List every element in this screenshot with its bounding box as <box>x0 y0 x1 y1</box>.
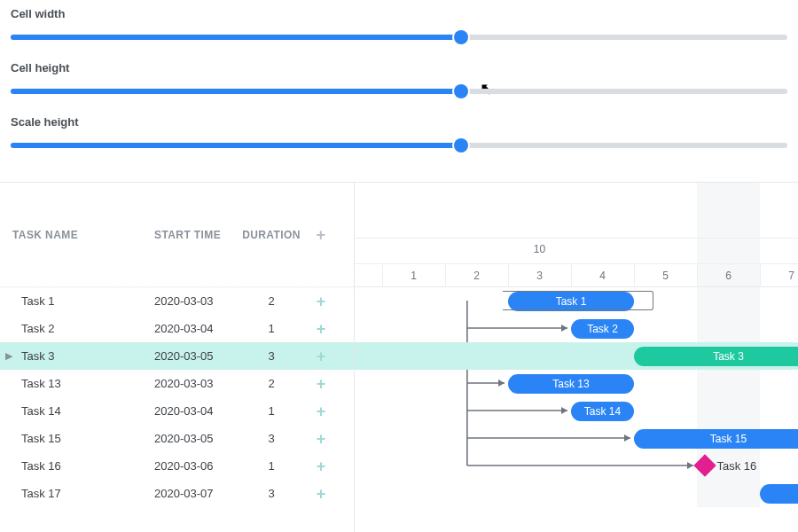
cell-task-name: Task 16 <box>12 459 154 473</box>
task-bar[interactable]: Task 13 <box>508 374 634 394</box>
table-row[interactable]: Task 162020-03-061+ <box>0 452 354 480</box>
cell-task-name: Task 1 <box>12 294 154 308</box>
cell-task-name: Task 17 <box>12 487 154 500</box>
cell-task-name: Task 14 <box>12 404 154 418</box>
table-row[interactable]: Task 132020-03-032+ <box>0 370 354 397</box>
table-row[interactable]: Task 172020-03-073+ <box>0 480 354 507</box>
scale-tick <box>382 264 383 287</box>
cell-task-name: Task 15 <box>12 432 154 445</box>
controls-panel: Cell widthCell heightScale height <box>0 0 798 182</box>
plus-icon: + <box>317 375 326 393</box>
task-bar[interactable]: Task 3 <box>634 347 798 366</box>
row-add-button[interactable]: + <box>303 403 339 419</box>
cell-task-name: Task 3 <box>12 349 154 363</box>
scale-tick <box>697 264 698 287</box>
scale-day-label: 1 <box>411 270 417 282</box>
task-bar[interactable]: Task 14 <box>571 402 634 421</box>
column-header-duration[interactable]: DURATION <box>239 229 303 241</box>
plus-icon: + <box>317 226 326 244</box>
cell-duration: 2 <box>239 294 303 308</box>
cell-start-time: 2020-03-07 <box>154 487 239 500</box>
cell-task-name: Task 2 <box>12 322 154 335</box>
gantt-container: TASK NAME START TIME DURATION + Task 120… <box>0 182 798 532</box>
timeline-row[interactable]: Task 16 <box>355 452 798 480</box>
slider-track[interactable] <box>11 137 787 153</box>
cell-start-time: 2020-03-04 <box>154 404 239 418</box>
plus-icon: + <box>317 458 326 475</box>
caret-right-icon: ▶ <box>5 350 12 362</box>
row-add-button[interactable]: + <box>303 431 339 447</box>
milestone-diamond[interactable] <box>693 454 716 476</box>
cell-duration: 1 <box>239 404 303 418</box>
column-header-start[interactable]: START TIME <box>154 229 239 241</box>
scale-day-label: 4 <box>599 270 606 282</box>
milestone-label: Task 16 <box>717 459 757 473</box>
slider-thumb[interactable] <box>454 84 468 98</box>
cell-start-time: 2020-03-05 <box>154 432 239 445</box>
timeline-row[interactable]: Task 13 <box>355 370 798 397</box>
slider-label: Cell height <box>11 61 787 74</box>
scale-day-label: 3 <box>536 270 543 282</box>
cell-duration: 1 <box>239 459 303 473</box>
cell-duration: 3 <box>239 432 303 445</box>
plus-icon: + <box>317 293 326 310</box>
task-bar[interactable]: Task 17 <box>760 484 798 504</box>
timeline-row[interactable]: Task 17 <box>355 480 798 507</box>
plus-icon: + <box>317 348 326 365</box>
row-add-button[interactable]: + <box>303 348 339 364</box>
row-add-button[interactable]: + <box>303 321 339 337</box>
slider-control: Cell width <box>11 7 787 45</box>
plus-icon: + <box>317 403 326 420</box>
timeline-row[interactable]: Task 1 <box>355 287 798 315</box>
row-add-button[interactable]: + <box>303 293 339 309</box>
table-row[interactable]: ▶Task 32020-03-053+ <box>0 342 354 370</box>
gantt-grid: TASK NAME START TIME DURATION + Task 120… <box>0 183 355 532</box>
task-outline <box>503 291 653 310</box>
plus-icon: + <box>317 430 326 448</box>
slider-thumb[interactable] <box>454 138 468 153</box>
scale-day-label: 6 <box>725 270 732 282</box>
slider-control: Scale height <box>11 115 787 153</box>
grid-rows: Task 12020-03-032+Task 22020-03-041+▶Tas… <box>0 287 354 507</box>
table-row[interactable]: Task 12020-03-032+ <box>0 287 354 315</box>
slider-thumb[interactable] <box>454 30 468 44</box>
cell-duration: 3 <box>239 487 303 500</box>
cell-start-time: 2020-03-03 <box>154 377 239 390</box>
slider-track[interactable] <box>11 83 787 99</box>
timeline-row[interactable]: Task 14 <box>355 397 798 425</box>
slider-label: Cell width <box>11 7 787 20</box>
column-header-add[interactable]: + <box>303 227 339 243</box>
task-bar[interactable]: Task 15 <box>634 429 798 449</box>
cell-start-time: 2020-03-03 <box>154 294 239 308</box>
timeline-row[interactable]: Task 3 <box>355 342 798 370</box>
task-bar[interactable]: Task 2 <box>571 319 634 339</box>
cell-duration: 1 <box>239 322 303 335</box>
timeline-header: 101234567 <box>355 183 798 287</box>
cell-duration: 3 <box>239 349 303 363</box>
scale-tick <box>760 264 761 287</box>
slider-label: Scale height <box>11 115 787 129</box>
scale-day-label: 7 <box>788 270 794 282</box>
scale-day-label: 2 <box>473 270 480 282</box>
row-add-button[interactable]: + <box>303 458 339 474</box>
table-row[interactable]: Task 152020-03-053+ <box>0 425 354 452</box>
row-add-button[interactable]: + <box>303 486 339 502</box>
slider-track[interactable] <box>11 29 787 45</box>
column-header-name[interactable]: TASK NAME <box>12 229 154 241</box>
scale-tick <box>634 264 635 287</box>
scale-week-label: 10 <box>534 243 545 255</box>
timeline-body: Task 1Task 2Task 3Task 13Task 14Task 15T… <box>355 287 798 507</box>
slider-control: Cell height <box>11 61 787 99</box>
gantt-timeline[interactable]: 101234567 Task 1Task 2Task 3Task 13Task … <box>355 183 798 532</box>
cell-duration: 2 <box>239 377 303 390</box>
cell-start-time: 2020-03-04 <box>154 322 239 335</box>
table-row[interactable]: Task 142020-03-041+ <box>0 397 354 425</box>
timeline-row[interactable]: Task 2 <box>355 315 798 342</box>
scale-day-label: 5 <box>662 270 669 282</box>
row-add-button[interactable]: + <box>303 376 339 392</box>
table-row[interactable]: Task 22020-03-041+ <box>0 315 354 342</box>
plus-icon: + <box>317 485 326 503</box>
scale-tick <box>508 264 509 287</box>
timeline-row[interactable]: Task 15 <box>355 425 798 452</box>
plus-icon: + <box>317 320 326 338</box>
